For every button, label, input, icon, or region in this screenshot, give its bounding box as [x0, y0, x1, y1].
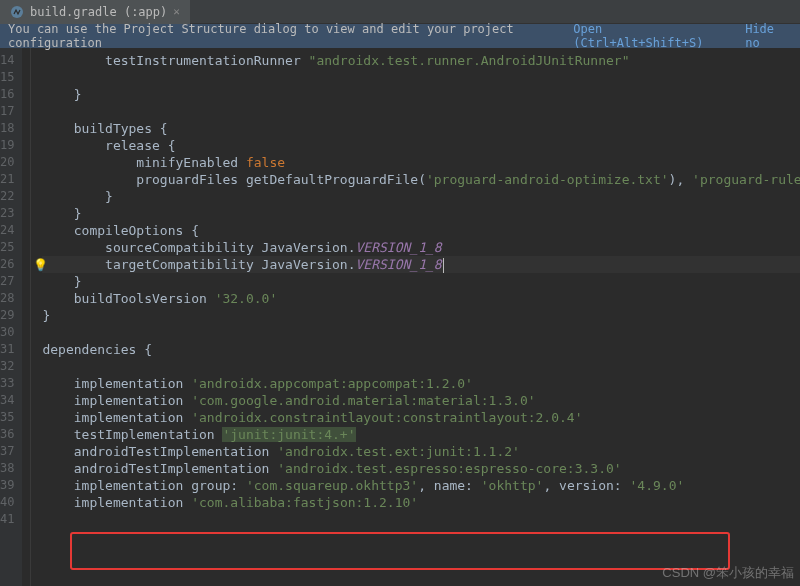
code-token: ),	[669, 172, 692, 187]
code-token: sourceCompatibility JavaVersion.	[42, 240, 355, 255]
code-token: androidTestImplementation	[42, 461, 277, 476]
code-line[interactable]: minifyEnabled false	[42, 154, 800, 171]
code-token: }	[42, 308, 50, 323]
line-number: 34	[0, 392, 22, 409]
code-line[interactable]	[42, 324, 800, 341]
code-token: implementation	[42, 495, 191, 510]
code-token: dependencies {	[42, 342, 152, 357]
code-token: 'androidx.test.ext:junit:1.1.2'	[277, 444, 520, 459]
code-line[interactable]: implementation 'com.alibaba:fastjson:1.2…	[42, 494, 800, 511]
line-number: 25	[0, 239, 22, 256]
code-token: 'androidx.constraintlayout:constraintlay…	[191, 410, 582, 425]
code-token: "androidx.test.runner.AndroidJUnitRunner…	[309, 53, 630, 68]
line-number: 32	[0, 358, 22, 375]
code-token: compileOptions {	[42, 223, 199, 238]
line-number: 37	[0, 443, 22, 460]
intention-bulb-icon[interactable]: 💡	[33, 257, 48, 274]
code-token: implementation	[42, 478, 191, 493]
code-line[interactable]: buildTypes {	[42, 120, 800, 137]
code-token: testInstrumentationRunner	[42, 53, 308, 68]
code-line[interactable]: targetCompatibility JavaVersion.VERSION_…	[42, 256, 800, 273]
line-number: 18	[0, 120, 22, 137]
code-area[interactable]: testInstrumentationRunner "androidx.test…	[22, 48, 800, 586]
line-number: 36	[0, 426, 22, 443]
file-tab[interactable]: build.gradle (:app) ✕	[0, 0, 190, 24]
line-number: 41	[0, 511, 22, 528]
line-number: 17	[0, 103, 22, 120]
code-line[interactable]: }	[42, 188, 800, 205]
line-number: 29	[0, 307, 22, 324]
hide-notification-link[interactable]: Hide no	[745, 22, 792, 50]
code-token: 'com.squareup.okhttp3'	[246, 478, 418, 493]
code-token: 'androidx.test.espresso:espresso-core:3.…	[277, 461, 621, 476]
code-line[interactable]: implementation 'androidx.constraintlayou…	[42, 409, 800, 426]
tab-label: build.gradle (:app)	[30, 5, 167, 19]
code-line[interactable]: }	[42, 307, 800, 324]
line-number: 40	[0, 494, 22, 511]
code-line[interactable]	[42, 103, 800, 120]
code-token: 'androidx.appcompat:appcompat:1.2.0'	[191, 376, 473, 391]
code-line[interactable]: testImplementation 'junit:junit:4.+'	[42, 426, 800, 443]
code-token: group:	[191, 478, 246, 493]
info-bar: You can use the Project Structure dialog…	[0, 24, 800, 48]
line-number: 30	[0, 324, 22, 341]
open-project-structure-link[interactable]: Open (Ctrl+Alt+Shift+S)	[573, 22, 727, 50]
code-line[interactable]: proguardFiles getDefaultProguardFile('pr…	[42, 171, 800, 188]
code-token: targetCompatibility JavaVersion.	[42, 257, 355, 272]
code-line[interactable]: testInstrumentationRunner "androidx.test…	[42, 52, 800, 69]
line-number: 39	[0, 477, 22, 494]
code-line[interactable]: dependencies {	[42, 341, 800, 358]
info-message: You can use the Project Structure dialog…	[8, 22, 573, 50]
code-token: , name:	[418, 478, 481, 493]
code-line[interactable]	[42, 358, 800, 375]
line-number: 21	[0, 171, 22, 188]
line-number: 14	[0, 52, 22, 69]
code-token: 'com.google.android.material:material:1.…	[191, 393, 535, 408]
line-number: 23	[0, 205, 22, 222]
code-line[interactable]: sourceCompatibility JavaVersion.VERSION_…	[42, 239, 800, 256]
code-token: VERSION_1_8	[356, 257, 442, 272]
code-line[interactable]: androidTestImplementation 'androidx.test…	[42, 460, 800, 477]
code-line[interactable]: release {	[42, 137, 800, 154]
line-number: 16	[0, 86, 22, 103]
indent-guide	[30, 48, 31, 586]
code-token: proguardFiles getDefaultProguardFile(	[42, 172, 426, 187]
code-line[interactable]: compileOptions {	[42, 222, 800, 239]
line-number: 26💡	[0, 256, 22, 273]
gradle-file-icon	[10, 5, 24, 19]
code-line[interactable]: }	[42, 86, 800, 103]
code-line[interactable]	[42, 69, 800, 86]
close-icon[interactable]: ✕	[173, 5, 180, 18]
line-number: 19	[0, 137, 22, 154]
code-editor[interactable]: 14151617181920212223242526💡2728293031323…	[0, 48, 800, 586]
code-token: minifyEnabled	[42, 155, 246, 170]
code-token: implementation	[42, 410, 191, 425]
code-line[interactable]	[42, 511, 800, 528]
code-token: , version:	[543, 478, 629, 493]
code-line[interactable]: implementation group: 'com.squareup.okht…	[42, 477, 800, 494]
code-token: VERSION_1_8	[356, 240, 442, 255]
line-number-gutter: 14151617181920212223242526💡2728293031323…	[0, 48, 22, 586]
code-token: 'proguard-rules.pro'	[692, 172, 800, 187]
tab-bar: build.gradle (:app) ✕	[0, 0, 800, 24]
line-number: 24	[0, 222, 22, 239]
line-number: 31	[0, 341, 22, 358]
code-token: androidTestImplementation	[42, 444, 277, 459]
code-token: '4.9.0'	[630, 478, 685, 493]
code-token: implementation	[42, 376, 191, 391]
code-token: testImplementation	[42, 427, 222, 442]
code-line[interactable]: implementation 'com.google.android.mater…	[42, 392, 800, 409]
line-number: 35	[0, 409, 22, 426]
code-line[interactable]: buildToolsVersion '32.0.0'	[42, 290, 800, 307]
code-line[interactable]: }	[42, 205, 800, 222]
code-token: false	[246, 155, 285, 170]
code-token: }	[42, 87, 81, 102]
code-token: '32.0.0'	[215, 291, 278, 306]
code-line[interactable]: }	[42, 273, 800, 290]
code-line[interactable]: androidTestImplementation 'androidx.test…	[42, 443, 800, 460]
watermark: CSDN @笨小孩的幸福	[662, 564, 794, 582]
code-token: 'okhttp'	[481, 478, 544, 493]
line-number: 27	[0, 273, 22, 290]
line-number: 22	[0, 188, 22, 205]
code-line[interactable]: implementation 'androidx.appcompat:appco…	[42, 375, 800, 392]
